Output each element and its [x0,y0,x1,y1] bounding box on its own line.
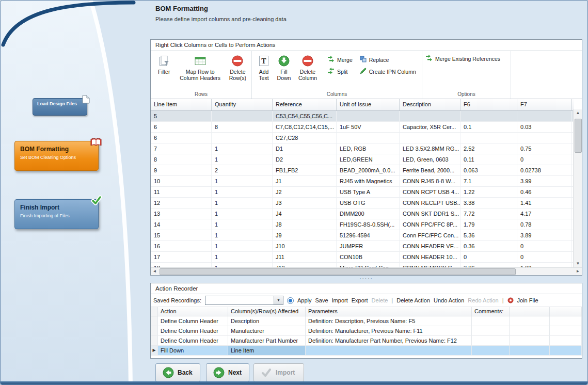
table-cell[interactable] [517,111,572,121]
table-cell[interactable]: USB Type A [337,187,400,197]
table-cell[interactable]: 3.99 [517,176,572,186]
delete-rows-button[interactable]: Delete Row(s) [226,53,249,82]
table-cell[interactable] [517,133,572,143]
table-cell[interactable]: CONN RECEPT USB... [400,198,460,208]
action-cell[interactable] [550,336,582,345]
table-cell[interactable]: 1 [212,176,273,186]
table-cell[interactable]: J10 [273,241,337,251]
action-cell[interactable]: Define Column Header [158,316,228,326]
action-cell[interactable]: Manufacturer [228,326,306,335]
action-cell[interactable]: Definition: Manufacturer Part Number, Pr… [306,336,472,345]
horizontal-scroll-thumb[interactable] [160,268,516,275]
merge-button[interactable]: Merge [327,56,353,63]
action-cell[interactable]: Manufacturer Part Number [228,336,306,345]
table-cell[interactable]: 1 [212,187,273,197]
table-cell[interactable]: J2 [273,187,337,197]
table-cell[interactable]: LED,GREEN [337,154,400,165]
action-column-header[interactable]: Action [158,307,228,316]
wizard-step-load-design-files[interactable]: Load Design Files [33,98,87,116]
delete-action-button[interactable]: Delete Action [396,297,430,303]
action-cell[interactable] [510,336,550,345]
table-cell[interactable] [400,111,460,121]
table-row[interactable]: 151J951296-4594Conn FFC/FPC Con...5.363.… [151,230,574,241]
row-indicator-icon[interactable]: ▶ [151,346,158,355]
table-cell[interactable]: 8 [151,154,212,165]
action-cell[interactable]: Define Column Header [158,336,228,345]
table-cell[interactable]: 0.36 [460,241,517,251]
table-cell[interactable]: 5.36 [460,230,517,240]
export-button[interactable]: Export [352,297,368,303]
table-cell[interactable]: CONN HEADER VE... [400,241,460,251]
panel-splitter-handle[interactable]: ····· [150,277,582,282]
replace-button[interactable]: Replace [360,56,416,63]
table-cell[interactable]: C53,C54,C55,C56,C... [273,111,337,121]
table-cell[interactable]: Capacitor, X5R Cer... [400,122,460,132]
table-cell[interactable]: 13 [151,208,212,219]
merge-existing-references-button[interactable]: Merge Existing References [425,55,500,62]
table-cell[interactable] [212,133,273,143]
action-row[interactable]: Define Column HeaderDescriptionDefinitio… [151,316,582,326]
action-cell[interactable] [472,336,510,345]
table-cell[interactable]: 0.46 [517,187,572,197]
column-header-line-item[interactable]: Line Item [151,99,212,110]
table-row[interactable]: 68C7,C8,C12,C14,C15,...1uF 50VCapacitor,… [151,122,574,133]
table-cell[interactable] [337,133,400,143]
table-cell[interactable]: 3.89 [517,230,572,240]
table-cell[interactable]: 0.02738 [517,165,572,175]
table-cell[interactable]: 1uF 50V [337,122,400,132]
table-cell[interactable]: 0 [517,241,572,251]
table-cell[interactable]: 0.1 [460,122,517,132]
table-cell[interactable]: J3 [273,198,337,208]
join-file-button[interactable]: Join File [517,297,538,303]
wizard-step-bom-formatting[interactable]: BOM Formatting Set BOM Cleaning Options [14,141,99,171]
save-button[interactable]: Save [315,297,328,303]
table-row[interactable]: 6C27,C28 [151,133,574,143]
table-cell[interactable]: USB OTG [337,198,400,208]
table-row[interactable]: 92FB1,FB2BEAD_2000mA_0.0...Ferrite Bead,… [151,165,574,176]
table-cell[interactable]: J11 [273,252,337,262]
table-cell[interactable]: 7 [151,143,212,154]
table-cell[interactable]: 1 [212,208,273,219]
table-cell[interactable]: BEAD_2000mA_0.0... [337,165,400,175]
table-cell[interactable]: 9 [151,165,212,175]
apply-radio[interactable] [287,297,294,304]
action-cell[interactable] [550,346,582,355]
action-cell[interactable] [472,316,510,326]
table-cell[interactable]: 1 [212,154,273,165]
table-cell[interactable]: 15 [151,230,212,240]
back-button[interactable]: Back [155,363,200,382]
comments-column-header[interactable]: Comments: [472,307,510,316]
table-cell[interactable]: 6 [151,122,212,132]
table-cell[interactable]: J8 [273,219,337,230]
table-cell[interactable]: 0 [517,154,572,165]
table-cell[interactable]: D2 [273,154,337,165]
column-header-quantity[interactable]: Quantity [212,99,273,110]
table-cell[interactable]: 0.11 [460,154,517,165]
horizontal-scrollbar[interactable]: ◄ ► [151,267,582,275]
table-cell[interactable]: 0.75 [517,143,572,154]
action-cell[interactable]: Define Column Header [158,326,228,335]
table-cell[interactable]: FH19SC-8S-0.5SH(... [337,219,400,230]
table-cell[interactable] [460,111,517,121]
table-cell[interactable]: 16 [151,241,212,251]
action-row[interactable]: Define Column HeaderManufacturer Part Nu… [151,336,582,346]
table-row[interactable]: 171J11CON10BCONN HEADER 10...00 [151,252,574,263]
action-cell[interactable]: Description [228,316,306,326]
action-cell[interactable] [472,326,510,335]
table-cell[interactable]: J1 [273,176,337,186]
table-cell[interactable]: 12 [151,198,212,208]
affected-column-header[interactable]: Column(s)/Row(s) Affected [228,307,306,316]
table-cell[interactable]: 1 [212,252,273,262]
table-cell[interactable]: CONN RCPT USB 4... [400,187,460,197]
table-cell[interactable]: 1 [212,230,273,240]
action-cell[interactable]: Line Item [228,346,306,355]
table-row[interactable]: 81D2LED,GREENLED, Green, 06030.110 [151,154,574,165]
action-row[interactable]: ▶Fill DownLine Item [151,346,582,356]
next-button[interactable]: Next [206,363,249,382]
table-cell[interactable]: C7,C8,C12,C14,C15,... [273,122,337,132]
table-cell[interactable]: 6 [151,133,212,143]
table-cell[interactable] [400,133,460,143]
table-cell[interactable] [337,111,400,121]
action-cell[interactable] [510,316,550,326]
table-cell[interactable]: 0.03 [517,122,572,132]
